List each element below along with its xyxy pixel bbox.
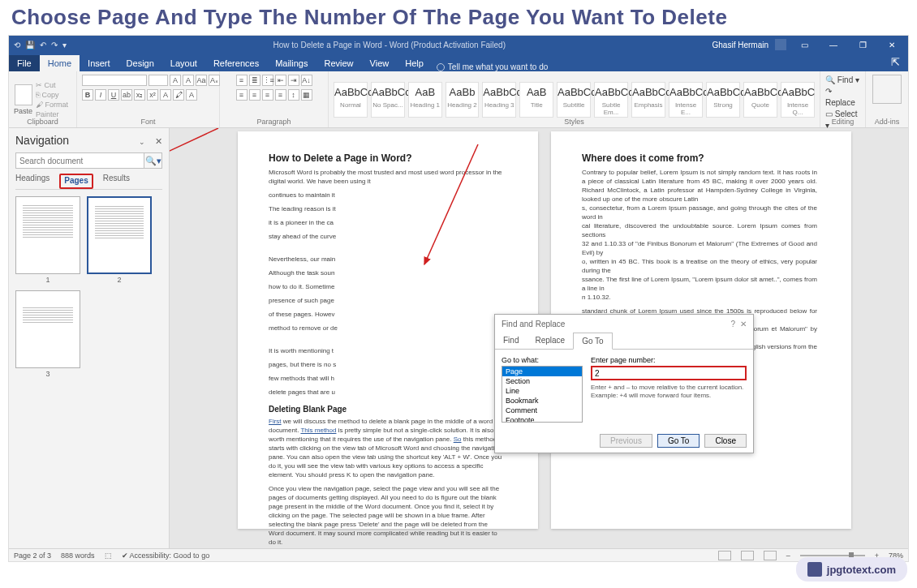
minimize-button[interactable]: ― — [822, 41, 845, 49]
autosave-icon[interactable]: ⟲ — [14, 41, 20, 49]
share-icon[interactable]: ⇱ — [883, 53, 908, 71]
undo-icon[interactable]: ↶ — [40, 41, 46, 49]
copy-button[interactable]: ⎘ Copy — [36, 90, 71, 100]
cut-button[interactable]: ✂ Cut — [36, 80, 71, 90]
increase-indent-button[interactable]: ⇥ — [288, 75, 299, 86]
style-card[interactable]: AaBbCcDdIntense E... — [669, 82, 703, 118]
status-page[interactable]: Page 2 of 3 — [14, 552, 51, 560]
paste-button[interactable]: Paste — [14, 84, 32, 115]
nav-tab-pages[interactable]: Pages — [59, 174, 93, 189]
replace-button[interactable]: ↷ Replace — [825, 86, 860, 109]
nav-search-input[interactable] — [16, 153, 144, 168]
style-card[interactable]: AaBbCcDdIntense Q... — [781, 82, 815, 118]
redo-icon[interactable]: ↷ — [51, 41, 58, 49]
tab-file[interactable]: File — [9, 55, 40, 71]
style-card[interactable]: AaBbCcDdQuote — [743, 82, 777, 118]
tab-layout[interactable]: Layout — [162, 55, 205, 71]
page-number-input[interactable] — [591, 366, 747, 380]
shrink-font-button[interactable]: A — [183, 75, 194, 86]
list-item[interactable]: Section — [502, 376, 582, 386]
sort-button[interactable]: A↓ — [301, 75, 312, 86]
align-right-button[interactable]: ≡ — [262, 89, 273, 101]
status-lang-icon[interactable]: ⬚ — [105, 552, 112, 560]
dialog-tab-find[interactable]: Find — [495, 333, 527, 349]
web-layout-button[interactable] — [764, 551, 777, 560]
style-card[interactable]: AaBbCcDdNormal — [334, 82, 368, 118]
ribbon-options-icon[interactable]: ▭ — [793, 41, 816, 49]
dialog-help-icon[interactable]: ? — [730, 320, 735, 328]
document-area[interactable]: How to Delete a Page in Word? Microsoft … — [170, 128, 908, 548]
tab-references[interactable]: References — [205, 55, 267, 71]
clear-format-button[interactable]: Aₓ — [209, 75, 220, 86]
grow-font-button[interactable]: A — [170, 75, 181, 86]
underline-button[interactable]: U — [108, 89, 119, 101]
list-item[interactable]: Footnote — [502, 415, 582, 423]
print-layout-button[interactable] — [741, 551, 754, 560]
close-dialog-button[interactable]: Close — [704, 434, 747, 448]
text-effects-button[interactable]: A — [160, 89, 171, 101]
style-card[interactable]: AaBbCcDdNo Spac... — [371, 82, 405, 118]
maximize-button[interactable]: ❐ — [851, 41, 874, 49]
close-button[interactable]: ✕ — [880, 41, 903, 49]
tab-home[interactable]: Home — [40, 55, 80, 71]
nav-tab-results[interactable]: Results — [103, 174, 130, 189]
find-button[interactable]: 🔍 Find ▾ — [825, 75, 859, 86]
thumbnail-page-2[interactable] — [87, 196, 152, 274]
tab-review[interactable]: Review — [316, 55, 362, 71]
dialog-tab-goto[interactable]: Go To — [573, 333, 613, 350]
tab-design[interactable]: Design — [118, 55, 162, 71]
save-icon[interactable]: 💾 — [25, 41, 35, 49]
nav-search[interactable]: 🔍▾ — [15, 152, 162, 169]
zoom-out-button[interactable]: – — [786, 552, 790, 560]
highlight-button[interactable]: 🖍 — [173, 89, 184, 101]
font-size-select[interactable] — [149, 75, 168, 86]
document-page-1[interactable]: How to Delete a Page in Word? Microsoft … — [238, 131, 538, 529]
goto-what-list[interactable]: Page Section Line Bookmark Comment Footn… — [502, 366, 583, 423]
style-card[interactable]: AaBbCcDdSubtitle — [557, 82, 591, 118]
thumbnail-page-3[interactable] — [15, 290, 80, 368]
format-painter-button[interactable]: 🖌 Format Painter — [36, 100, 71, 119]
list-item[interactable]: Bookmark — [502, 396, 582, 406]
tab-insert[interactable]: Insert — [80, 55, 118, 71]
line-spacing-button[interactable]: ↕ — [288, 89, 299, 101]
tab-view[interactable]: View — [362, 55, 398, 71]
tell-me-search[interactable]: Tell me what you want to do — [437, 62, 548, 71]
user-name[interactable]: Ghasif Hermain — [713, 41, 768, 49]
previous-button[interactable]: Previous — [600, 434, 652, 448]
list-item[interactable]: Line — [502, 386, 582, 396]
zoom-slider[interactable] — [800, 555, 865, 556]
superscript-button[interactable]: x² — [147, 89, 158, 101]
nav-close-icon[interactable]: ✕ — [155, 136, 162, 146]
list-item[interactable]: Page — [502, 367, 582, 376]
qat-dropdown-icon[interactable]: ▾ — [62, 41, 67, 49]
status-words[interactable]: 888 words — [61, 552, 95, 560]
change-case-button[interactable]: Aa — [196, 75, 207, 86]
strike-button[interactable]: ab — [121, 89, 132, 101]
style-card[interactable]: AaBbCcDdSubtle Em... — [594, 82, 628, 118]
style-card[interactable]: AaBbCcDHeading 3 — [482, 82, 516, 118]
align-left-button[interactable]: ≡ — [236, 89, 248, 101]
nav-tab-headings[interactable]: Headings — [15, 174, 50, 189]
goto-button[interactable]: Go To — [657, 434, 700, 448]
style-card[interactable]: AaBTitle — [519, 82, 553, 118]
style-card[interactable]: AaBHeading 1 — [408, 82, 442, 118]
style-card[interactable]: AaBbCcDdStrong — [706, 82, 740, 118]
bullets-button[interactable]: ≡ — [236, 75, 248, 86]
list-item[interactable]: Comment — [502, 406, 582, 415]
style-card[interactable]: AaBbHeading 2 — [446, 82, 480, 118]
status-accessibility[interactable]: ✔ Accessibility: Good to go — [122, 552, 210, 560]
font-family-select[interactable] — [82, 75, 147, 86]
style-card[interactable]: AaBbCcDdEmphasis — [631, 82, 665, 118]
font-color-button[interactable]: A — [186, 89, 197, 101]
tab-mailings[interactable]: Mailings — [267, 55, 316, 71]
multilevel-button[interactable]: ⋮≡ — [262, 75, 273, 86]
shading-button[interactable]: ▦ — [301, 89, 312, 101]
bold-button[interactable]: B — [82, 89, 93, 101]
dialog-tab-replace[interactable]: Replace — [527, 333, 573, 349]
thumbnail-page-1[interactable] — [15, 196, 80, 274]
dialog-close-icon[interactable]: ✕ — [740, 320, 747, 328]
italic-button[interactable]: I — [95, 89, 106, 101]
decrease-indent-button[interactable]: ⇤ — [275, 75, 286, 86]
align-center-button[interactable]: ≡ — [249, 89, 260, 101]
justify-button[interactable]: ≡ — [275, 89, 286, 101]
